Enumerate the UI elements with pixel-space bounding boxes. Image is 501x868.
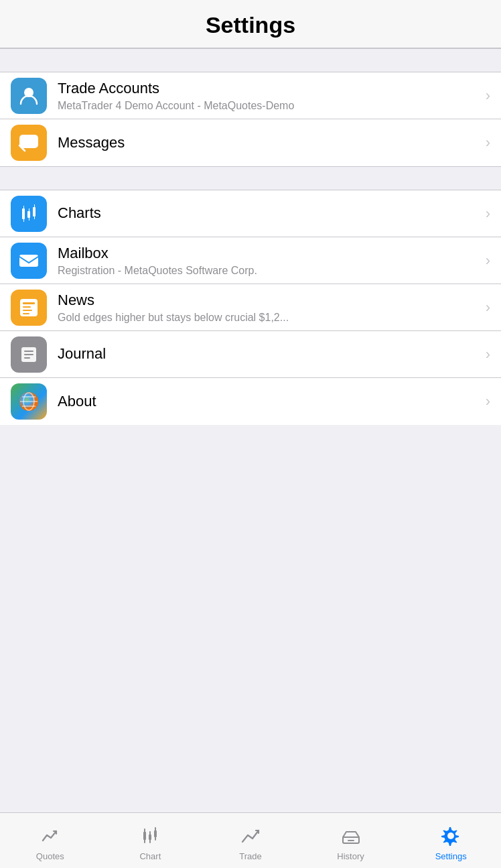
news-subtitle: Gold edges higher but stays below crucia… <box>58 312 480 324</box>
section-features: Charts › Mailbox Registration - MetaQuot… <box>0 190 501 425</box>
chart-tab-icon <box>140 826 160 849</box>
messages-item[interactable]: Messages › <box>0 119 501 166</box>
news-icon <box>11 290 47 326</box>
svg-rect-6 <box>29 208 29 211</box>
charts-content: Charts <box>58 204 480 223</box>
svg-rect-4 <box>23 219 24 222</box>
trade-label: Trade <box>239 851 261 861</box>
journal-chevron: › <box>486 346 490 363</box>
messages-title: Messages <box>58 133 480 153</box>
journal-content: Journal <box>58 345 480 364</box>
quotes-icon <box>40 826 60 849</box>
svg-rect-1 <box>19 135 38 148</box>
journal-item[interactable]: Journal › <box>0 331 501 378</box>
journal-title: Journal <box>58 345 480 364</box>
tab-history[interactable]: History <box>301 813 401 868</box>
messages-content: Messages <box>58 133 480 153</box>
svg-rect-8 <box>33 207 35 216</box>
journal-icon <box>11 336 47 373</box>
mailbox-content: Mailbox Registration - MetaQuotes Softwa… <box>58 244 480 277</box>
history-label: History <box>337 851 364 861</box>
charts-icon <box>11 196 47 232</box>
header: Settings <box>0 0 501 48</box>
trade-accounts-item[interactable]: Trade Accounts MetaTrader 4 Demo Account… <box>0 72 501 119</box>
content-area: Trade Accounts MetaTrader 4 Demo Account… <box>0 48 501 812</box>
svg-rect-15 <box>23 310 32 311</box>
about-title: About <box>58 392 480 412</box>
charts-item[interactable]: Charts › <box>0 190 501 237</box>
about-chevron: › <box>486 393 490 410</box>
mailbox-chevron: › <box>486 252 490 269</box>
messages-chevron: › <box>486 134 490 151</box>
tab-bar: Quotes Chart Tra <box>0 812 501 868</box>
news-item[interactable]: News Gold edges higher but stays below c… <box>0 284 501 331</box>
mailbox-item[interactable]: Mailbox Registration - MetaQuotes Softwa… <box>0 237 501 284</box>
mailbox-icon <box>11 243 47 279</box>
about-item[interactable]: About › <box>0 378 501 425</box>
about-icon <box>11 383 47 420</box>
svg-rect-19 <box>24 354 33 355</box>
svg-rect-11 <box>19 255 38 267</box>
trade-accounts-content: Trade Accounts MetaTrader 4 Demo Account… <box>58 79 480 112</box>
tab-chart[interactable]: Chart <box>100 813 201 868</box>
tab-trade[interactable]: Trade <box>200 813 301 868</box>
history-tab-icon <box>341 826 361 849</box>
page-title: Settings <box>206 12 295 38</box>
news-content: News Gold edges higher but stays below c… <box>58 291 480 324</box>
svg-rect-3 <box>23 206 24 208</box>
svg-rect-2 <box>22 208 25 219</box>
svg-rect-7 <box>29 218 29 221</box>
about-content: About <box>58 392 480 412</box>
trade-accounts-subtitle: MetaTrader 4 Demo Account - MetaQuotes-D… <box>58 100 480 112</box>
settings-label: Settings <box>435 851 467 861</box>
quotes-label: Quotes <box>36 851 64 861</box>
svg-rect-9 <box>34 204 35 207</box>
settings-tab-icon <box>441 826 461 849</box>
svg-rect-5 <box>27 211 30 218</box>
section-accounts: Trade Accounts MetaTrader 4 Demo Account… <box>0 72 501 166</box>
trade-accounts-icon <box>11 78 47 114</box>
tab-settings[interactable]: Settings <box>401 813 501 868</box>
news-chevron: › <box>486 299 490 316</box>
svg-rect-20 <box>24 357 30 359</box>
messages-icon <box>11 125 47 161</box>
chart-label: Chart <box>139 851 161 861</box>
tab-quotes[interactable]: Quotes <box>0 813 100 868</box>
section-spacer-top <box>0 48 501 72</box>
svg-rect-16 <box>23 313 29 314</box>
mailbox-title: Mailbox <box>58 244 480 263</box>
section-spacer-mid <box>0 166 501 190</box>
svg-point-37 <box>447 832 454 839</box>
empty-space <box>0 425 501 812</box>
svg-rect-14 <box>23 306 31 308</box>
charts-title: Charts <box>58 204 480 223</box>
trade-accounts-title: Trade Accounts <box>58 79 480 99</box>
svg-rect-26 <box>143 832 146 840</box>
mailbox-subtitle: Registration - MetaQuotes Software Corp. <box>58 265 480 277</box>
svg-rect-10 <box>34 216 35 219</box>
charts-chevron: › <box>486 205 490 223</box>
trade-tab-icon <box>240 826 261 849</box>
news-title: News <box>58 291 480 310</box>
trade-accounts-chevron: › <box>486 87 490 105</box>
svg-rect-13 <box>23 302 35 304</box>
svg-rect-29 <box>149 834 151 840</box>
svg-rect-32 <box>154 830 157 837</box>
svg-rect-18 <box>24 351 33 352</box>
